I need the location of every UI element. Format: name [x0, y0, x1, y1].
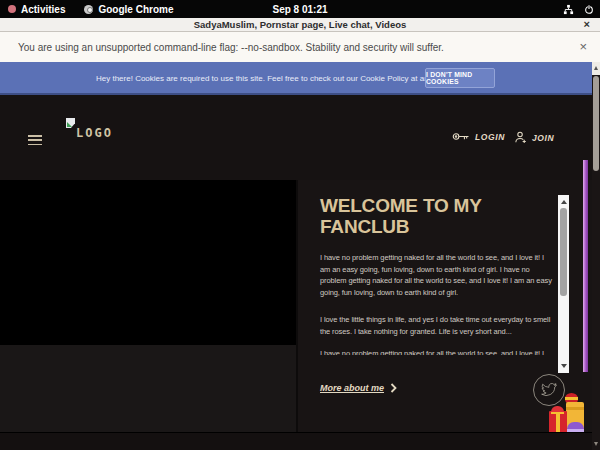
site-logo[interactable]: LOGO: [66, 118, 113, 140]
panel-scrollbar[interactable]: [558, 195, 569, 373]
chrome-infobar: You are using an unsupported command-lin…: [0, 32, 600, 62]
clock[interactable]: Sep 8 01:21: [0, 4, 600, 15]
browser-scrollbar[interactable]: [592, 62, 600, 450]
infobar-close-icon[interactable]: ×: [579, 39, 587, 54]
gnome-top-bar: Activities Google Chrome Sep 8 01:21: [0, 0, 600, 18]
hero-media-placeholder[interactable]: [0, 180, 296, 345]
browser-scrollbar-thumb[interactable]: [593, 76, 599, 171]
network-icon[interactable]: [563, 4, 574, 15]
login-button[interactable]: LOGIN: [452, 131, 505, 142]
scroll-up-icon[interactable]: [561, 200, 567, 204]
welcome-heading: WELCOME TO MY FANCLUB: [320, 195, 520, 237]
screen: Activities Google Chrome Sep 8 01:21 Sad…: [0, 0, 600, 450]
join-button[interactable]: JOIN: [514, 131, 554, 144]
join-label: JOIN: [532, 133, 554, 143]
panel-scrollbar-thumb[interactable]: [560, 208, 567, 296]
more-about-me-link[interactable]: More about me: [320, 383, 397, 393]
infobar-message: You are using an unsupported command-lin…: [18, 42, 444, 53]
hero-media-lower-panel: [0, 345, 296, 432]
scroll-down-icon[interactable]: [561, 364, 567, 368]
key-icon: [452, 131, 470, 142]
gift-widget-strip[interactable]: [583, 160, 588, 372]
accept-cookies-button[interactable]: I DON'T MIND COOKIES: [425, 68, 495, 88]
scrollbar-up-button[interactable]: [592, 62, 600, 75]
web-page: LOGO LOGIN JOIN: [0, 95, 592, 450]
cookie-consent-bar: Hey there! Cookies are required to use t…: [0, 62, 592, 95]
browser-title-bar: SadyaMuslim, Pornstar page, Live chat, V…: [0, 18, 600, 32]
more-about-me-label: More about me: [320, 383, 384, 393]
cookie-message: Hey there! Cookies are required to use t…: [96, 74, 452, 83]
bio-paragraph: I have no problem getting naked for all …: [320, 252, 556, 298]
logo-label: LOGO: [76, 126, 113, 140]
power-icon[interactable]: [584, 4, 594, 15]
window-title: SadyaMuslim, Pornstar page, Live chat, V…: [0, 19, 600, 30]
bio-paragraph-clipped: I have no problem getting naked for all …: [320, 348, 556, 355]
welcome-panel: WELCOME TO MY FANCLUB I have no problem …: [296, 180, 592, 432]
broken-image-icon: [66, 118, 75, 128]
menu-hamburger-icon[interactable]: [28, 135, 42, 146]
person-plus-icon: [514, 131, 527, 144]
window-close-icon[interactable]: ×: [584, 18, 590, 30]
chevron-right-icon: [390, 383, 397, 393]
login-label: LOGIN: [475, 132, 505, 142]
page-lower-section: [0, 432, 592, 450]
scrollbar-down-icon[interactable]: [594, 442, 598, 446]
bio-paragraph: I love the little things in life, and ye…: [320, 314, 556, 337]
